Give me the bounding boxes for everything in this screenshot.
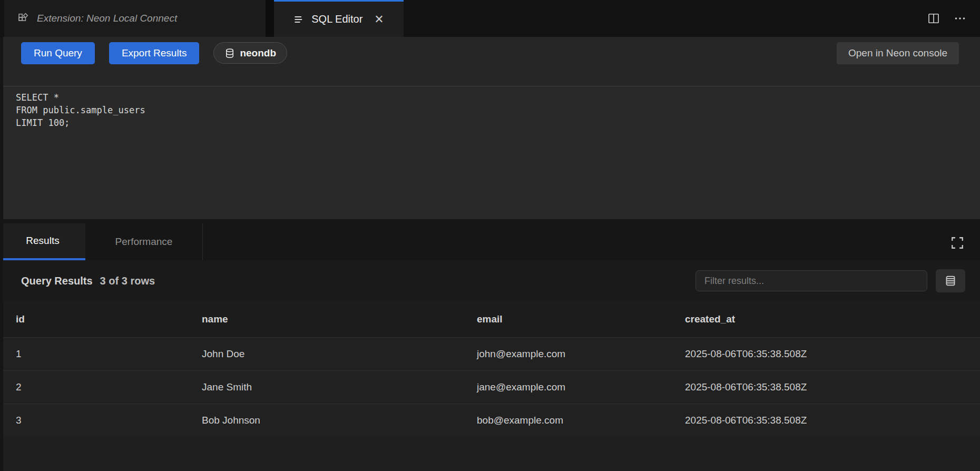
export-results-button[interactable]: Export Results bbox=[109, 42, 200, 64]
cell-email: bob@example.com bbox=[477, 415, 685, 426]
table-row[interactable]: 3 Bob Johnson bob@example.com 2025-08-06… bbox=[0, 404, 980, 437]
close-icon[interactable]: ✕ bbox=[374, 14, 384, 25]
more-actions-icon[interactable] bbox=[954, 12, 966, 25]
tab-performance[interactable]: Performance bbox=[85, 223, 203, 260]
database-badge[interactable]: neondb bbox=[213, 42, 287, 64]
editor-tabbar: Extension: Neon Local Connect SQL Editor… bbox=[0, 0, 980, 37]
tab-divider bbox=[266, 0, 274, 37]
tab-sql-editor-label: SQL Editor bbox=[311, 13, 362, 25]
sql-code-editor[interactable]: SELECT * FROM public.sample_users LIMIT … bbox=[0, 86, 980, 219]
extensions-icon bbox=[18, 13, 30, 24]
cell-created-at: 2025-08-06T06:35:38.508Z bbox=[685, 415, 980, 426]
cell-name: Bob Johnson bbox=[202, 415, 477, 426]
tab-extension-neon-local-connect[interactable]: Extension: Neon Local Connect bbox=[4, 0, 266, 37]
cell-created-at: 2025-08-06T06:35:38.508Z bbox=[685, 381, 980, 393]
results-tabbar: Results Performance bbox=[0, 219, 980, 260]
fullscreen-icon[interactable] bbox=[950, 236, 964, 250]
column-header-id: id bbox=[16, 313, 202, 325]
cell-email: jane@example.com bbox=[477, 381, 685, 393]
run-query-button[interactable]: Run Query bbox=[21, 42, 95, 64]
filter-results-input[interactable] bbox=[695, 270, 927, 291]
tabbar-actions bbox=[927, 0, 980, 37]
cell-name: Jane Smith bbox=[202, 381, 477, 393]
cell-id: 1 bbox=[16, 348, 202, 360]
column-header-created-at: created_at bbox=[685, 313, 980, 325]
cell-id: 3 bbox=[16, 415, 202, 426]
database-icon bbox=[224, 48, 235, 58]
tab-extension-label: Extension: Neon Local Connect bbox=[37, 13, 177, 24]
column-header-email: email bbox=[477, 313, 685, 325]
tab-sql-editor[interactable]: SQL Editor ✕ bbox=[274, 0, 404, 37]
cell-name: John Doe bbox=[202, 348, 477, 360]
database-name: neondb bbox=[240, 47, 276, 59]
code-line: LIMIT 100; bbox=[16, 116, 980, 129]
open-neon-console-button[interactable]: Open in Neon console bbox=[837, 42, 959, 64]
tab-results[interactable]: Results bbox=[0, 223, 85, 260]
rows-view-button[interactable] bbox=[936, 269, 965, 292]
results-title: Query Results bbox=[21, 275, 93, 287]
results-table: id name email created_at 1 John Doe john… bbox=[0, 301, 980, 470]
table-row[interactable]: 2 Jane Smith jane@example.com 2025-08-06… bbox=[0, 370, 980, 404]
cell-created-at: 2025-08-06T06:35:38.508Z bbox=[685, 348, 980, 360]
split-editor-icon[interactable] bbox=[927, 12, 940, 25]
panel-left-edge bbox=[0, 37, 3, 471]
table-header-row: id name email created_at bbox=[0, 301, 980, 337]
column-header-name: name bbox=[202, 313, 477, 325]
table-footer bbox=[0, 437, 980, 470]
results-header: Query Results 3 of 3 rows bbox=[0, 260, 980, 301]
table-row[interactable]: 1 John Doe john@example.com 2025-08-06T0… bbox=[0, 337, 980, 370]
cell-id: 2 bbox=[16, 381, 202, 393]
code-line: SELECT * bbox=[16, 91, 980, 104]
query-toolbar: Run Query Export Results neondb Open in … bbox=[0, 37, 980, 86]
list-icon bbox=[293, 14, 304, 25]
sql-editor-window: Extension: Neon Local Connect SQL Editor… bbox=[0, 0, 980, 471]
code-line: FROM public.sample_users bbox=[16, 104, 980, 116]
cell-email: john@example.com bbox=[477, 348, 685, 360]
results-row-count: 3 of 3 rows bbox=[100, 275, 155, 287]
rows-view-icon bbox=[944, 274, 957, 287]
